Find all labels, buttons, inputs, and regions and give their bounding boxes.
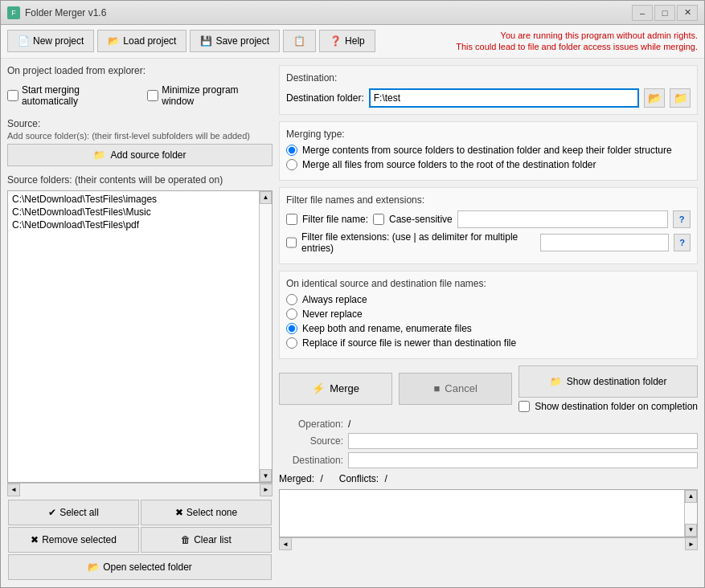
filter-section: Filter file names and extensions: Filter… [279,187,698,264]
list-item[interactable]: C:\NetDownload\TestFiles\Music [10,206,257,218]
scroll-left-button[interactable]: ◄ [7,484,20,496]
dest-folder-input[interactable] [369,88,639,108]
destination-section: Destination: Destination folder: 📂 📁 [279,65,698,115]
filter-ext-checkbox[interactable] [286,237,297,248]
log-scroll-track [685,503,697,524]
filter-ext-input[interactable] [540,234,669,251]
merging-type-title: Merging type: [286,129,691,140]
identical-section: On identical source and destination file… [279,271,698,359]
log-scroll-left[interactable]: ◄ [279,537,292,550]
filter-name-input[interactable] [457,210,668,228]
minimize-window-checkbox[interactable] [147,90,158,101]
open-folder-icon: 📂 [88,561,100,573]
destination-row: Destination: [279,452,698,468]
filter-title: Filter file names and extensions: [286,194,691,206]
merge-button[interactable]: ⚡ Merge [279,373,392,405]
open-dest-icon: 📁 [674,92,687,104]
horizontal-scrollbar[interactable]: ◄ ► [7,483,273,496]
open-selected-folder-button[interactable]: 📂 Open selected folder [8,554,272,580]
keep-both-row: Keep both and rename, enumerate files [286,323,691,334]
save-project-icon: 💾 [200,35,212,47]
log-scroll-up[interactable]: ▲ [685,490,697,503]
case-sensitive-label: Case-sensitive [389,214,453,225]
merged-label: Merged: / [279,473,323,484]
filter-name-checkbox[interactable] [286,214,297,225]
remove-icon: ✖ [31,534,39,545]
start-merging-checkbox-label[interactable]: Start merging automatically [7,84,137,107]
keep-both-label: Keep both and rename, enumerate files [302,323,472,334]
merge-option1-row: Merge contents from source folders to de… [286,145,691,156]
list-item[interactable]: C:\NetDownload\TestFiles\images [10,193,257,206]
source-folders-list[interactable]: C:\NetDownload\TestFiles\images C:\NetDo… [8,191,259,482]
dest-folder-label: Destination folder: [286,92,364,104]
operation-value: / [348,419,350,430]
minimize-window-label: Minimize program window [162,84,273,107]
clear-icon: 🗑 [181,534,191,545]
scroll-down-button[interactable]: ▼ [260,469,272,482]
filter-name-row: Filter file name: Case-sensitive ? [286,210,691,228]
warning-area: You are running this program without adm… [456,30,698,53]
filter-ext-label: Filter file extensions: (use | as delimi… [301,231,535,254]
keep-both-radio[interactable] [286,323,297,334]
show-dest-completion-checkbox[interactable] [519,401,530,412]
add-source-icon: 📁 [93,149,105,161]
log-area-wrapper: ▲ ▼ ◄ ► [279,489,698,550]
source-label: Source: [7,118,273,129]
minimize-button[interactable]: – [632,5,653,21]
title-bar: F Folder Merger v1.6 – □ ✕ [1,1,704,25]
scroll-track [260,204,272,469]
cancel-icon: ■ [434,382,441,394]
remove-selected-button[interactable]: ✖ Remove selected [8,527,139,553]
clear-list-button[interactable]: 🗑 Clear list [141,527,272,553]
case-sensitive-checkbox[interactable] [373,214,384,225]
operation-label: Operation: [279,419,343,430]
log-container: ▲ ▼ [279,489,698,537]
warning-line1: You are running this program without adm… [456,30,698,41]
vertical-scrollbar[interactable]: ▲ ▼ [259,191,272,482]
cancel-button[interactable]: ■ Cancel [399,373,512,405]
filter-name-help-button[interactable]: ? [673,210,691,228]
main-window: F Folder Merger v1.6 – □ ✕ 📄 New project… [0,0,705,588]
scroll-up-button[interactable]: ▲ [260,191,272,204]
filter-ext-row: Filter file extensions: (use | as delimi… [286,231,691,254]
log-scrollbar-h[interactable]: ◄ ► [279,537,698,550]
log-scrollbar-v[interactable]: ▲ ▼ [684,490,697,537]
merge-option2-radio[interactable] [286,159,297,170]
operation-row: Operation: / [279,419,698,430]
never-replace-radio[interactable] [286,308,297,320]
replace-newer-radio[interactable] [286,337,297,349]
window-controls: – □ ✕ [632,5,698,21]
open-dest-button[interactable]: 📁 [670,88,691,108]
close-button[interactable]: ✕ [677,5,698,21]
list-item[interactable]: C:\NetDownload\TestFiles\pdf [10,218,257,231]
merge-option1-radio[interactable] [286,145,297,156]
window-title: Folder Merger v1.6 [25,7,632,18]
right-panel: Destination: Destination folder: 📂 📁 Mer… [279,65,698,581]
dest-progress-label: Destination: [279,455,343,466]
dest-folder-row: Destination folder: 📂 📁 [286,88,691,108]
scroll-right-button[interactable]: ► [260,484,273,496]
load-project-button[interactable]: 📂 Load project [97,30,186,52]
warning-line2: This could lead to file and folder acces… [456,41,698,52]
select-none-button[interactable]: ✖ Select none [141,500,272,525]
maximize-button[interactable]: □ [654,5,675,21]
show-destination-folder-button[interactable]: 📁 Show destination folder [519,365,698,398]
extra-button[interactable]: 📋 [283,30,316,52]
merge-option1-label: Merge contents from source folders to de… [302,145,672,156]
new-project-button[interactable]: 📄 New project [7,30,94,52]
filter-name-label: Filter file name: [302,214,368,225]
browse-dest-button[interactable]: 📂 [644,88,665,108]
always-replace-row: Always replace [286,294,691,305]
log-scroll-right[interactable]: ► [685,537,698,550]
save-project-button[interactable]: 💾 Save project [190,30,280,52]
source-folders-wrapper: C:\NetDownload\TestFiles\images C:\NetDo… [7,190,273,496]
always-replace-radio[interactable] [286,294,297,305]
source-folders-label: Source folders: (their contents will be … [7,174,273,186]
minimize-window-checkbox-label[interactable]: Minimize program window [147,84,273,107]
help-button[interactable]: ❓ Help [319,30,375,52]
select-all-button[interactable]: ✔ Select all [8,500,139,525]
add-source-folder-button[interactable]: 📁 Add source folder [7,144,273,166]
start-merging-checkbox[interactable] [7,90,18,101]
filter-ext-help-button[interactable]: ? [674,234,691,251]
log-scroll-down[interactable]: ▼ [685,524,697,537]
